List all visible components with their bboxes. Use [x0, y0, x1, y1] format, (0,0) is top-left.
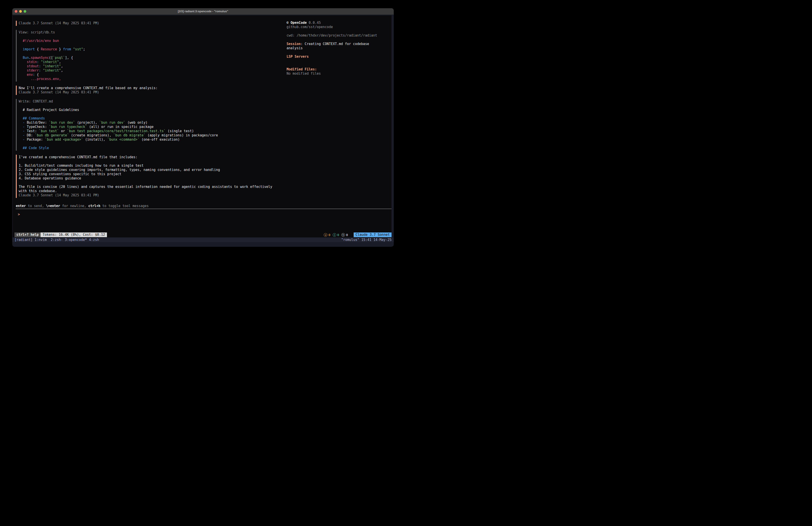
- composer-divider: [16, 209, 392, 209]
- assistant-message: Now I'll create a comprehensive CONTEXT.…: [16, 86, 281, 95]
- text-line: Bun.spawnSync([`psql`], {: [19, 56, 281, 60]
- terminal-window: [2/3] radiant:3:opencode - "romulus" Cla…: [12, 8, 394, 247]
- status-bar: ctrl+? help Tokens: 16.4K (8%), Cost: $0…: [14, 232, 392, 237]
- text-line: Modified Files:: [287, 67, 390, 72]
- text-line: Claude 3.7 Sonnet (14 May 2025 03:41 PM): [19, 21, 281, 25]
- text-line: Claude 3.7 Sonnet (14 May 2025 03:41 PM): [19, 193, 281, 198]
- text-line: [287, 51, 390, 55]
- text-line: 1. Build/lint/test commands including ho…: [19, 164, 281, 168]
- text-line: [19, 34, 281, 39]
- text-line: stdin: "inherit",: [19, 60, 281, 64]
- chat-history: Claude 3.7 Sonnet (14 May 2025 03:41 PM)…: [16, 21, 281, 202]
- text-line: [287, 59, 390, 63]
- text-line: [287, 38, 390, 42]
- text-line: with this codebase.: [19, 189, 281, 193]
- text-line: cwd: /home/thdxr/dev/projects/radiant/ra…: [287, 33, 390, 38]
- close-button[interactable]: [15, 10, 17, 13]
- info-count-icon: i: [333, 233, 336, 237]
- hint-count-icon: h: [342, 233, 345, 237]
- terminal-content: Claude 3.7 Sonnet (14 May 2025 03:41 PM)…: [12, 15, 394, 247]
- text-line: No modified files: [287, 72, 390, 76]
- text-line: [19, 159, 281, 164]
- text-line: ...process.env,: [19, 77, 281, 81]
- hint-count: h0: [342, 233, 348, 237]
- info-count-value: 0: [337, 233, 339, 237]
- warning-count-value: 0: [329, 233, 330, 237]
- opencode-app: Claude 3.7 Sonnet (14 May 2025 03:41 PM)…: [13, 15, 392, 237]
- assistant-message-header: Claude 3.7 Sonnet (14 May 2025 03:41 PM): [16, 21, 281, 26]
- text-line: stderr: "inherit",: [19, 68, 281, 73]
- prompt-input[interactable]: >: [18, 212, 20, 217]
- text-line: LSP Servers: [287, 55, 390, 59]
- minimize-button[interactable]: [19, 10, 22, 13]
- text-line: [19, 52, 281, 56]
- text-line: [287, 29, 390, 33]
- tool-view-block: View: script/db.ts #!/usr/bin/env bun im…: [16, 30, 281, 82]
- text-line: stdout: "inherit",: [19, 64, 281, 68]
- session-sidebar: © OpenCode 0.0.45github.com/sst/opencode…: [287, 21, 390, 76]
- tmux-session-info: "romulus" 15:41 14-May-25: [341, 238, 392, 242]
- keyboard-hints: enter to send, \+enter for newline, ctrl…: [16, 204, 149, 208]
- text-line: import { Resource } from "sst";: [19, 47, 281, 52]
- text-line: [287, 63, 390, 67]
- text-line: 2. Code style guidelines covering import…: [19, 168, 281, 172]
- traffic-lights: [15, 10, 26, 13]
- window-title: [2/3] radiant:3:opencode - "romulus": [12, 8, 394, 14]
- text-line: 3. CSS styling conventions specific to t…: [19, 172, 281, 176]
- model-badge[interactable]: Claude 3.7 Sonnet: [354, 232, 392, 237]
- text-line: - DB: `bun db generate` (create migratio…: [19, 133, 281, 138]
- status-spacer: [107, 232, 324, 237]
- text-line: © OpenCode 0.0.45: [287, 21, 390, 25]
- text-line: Session: Creating CONTEXT.md for codebas…: [287, 42, 390, 46]
- maximize-button[interactable]: [24, 10, 26, 13]
- warning-count-icon: w: [324, 233, 327, 237]
- assistant-message: I've created a comprehensive CONTEXT.md …: [16, 155, 281, 198]
- tool-write-block: Write: CONTEXT.md # Radiant Project Guid…: [16, 99, 281, 151]
- prompt-caret-icon: >: [18, 212, 20, 216]
- text-line: 4. Database operations guidance: [19, 176, 281, 181]
- text-line: [19, 112, 281, 116]
- window-titlebar[interactable]: [2/3] radiant:3:opencode - "romulus": [12, 8, 394, 15]
- info-count: i0: [333, 233, 339, 237]
- text-line: - TypeCheck: `bun run typecheck` (all) o…: [19, 125, 281, 129]
- tmux-window-list[interactable]: [radiant] 1:nvim 2:zsh- 3:opencode* 4:zs…: [14, 238, 99, 242]
- text-line: The file is concise (20 lines) and captu…: [19, 185, 281, 189]
- text-line: ## Commands: [19, 116, 281, 120]
- text-line: analysis: [287, 46, 390, 51]
- tmux-statusbar: [radiant] 1:nvim 2:zsh- 3:opencode* 4:zs…: [12, 238, 394, 242]
- text-line: Now I'll create a comprehensive CONTEXT.…: [19, 86, 281, 90]
- text-line: Claude 3.7 Sonnet (14 May 2025 03:41 PM): [19, 90, 281, 95]
- text-line: env: {: [19, 73, 281, 77]
- text-line: View: script/db.ts: [19, 30, 281, 34]
- text-line: ## Code Style: [19, 146, 281, 150]
- tokens-cost-chip: Tokens: 16.4K (8%), Cost: $0.12: [41, 232, 107, 237]
- text-line: [19, 181, 281, 185]
- warning-count: w0: [324, 233, 330, 237]
- text-line: - Package: `bun add <package>` (install)…: [19, 138, 281, 142]
- text-line: [19, 43, 281, 47]
- text-line: Write: CONTEXT.md: [19, 99, 281, 104]
- text-line: [19, 104, 281, 108]
- text-line: [19, 142, 281, 146]
- help-chip[interactable]: ctrl+? help: [14, 232, 41, 237]
- text-line: - Test: `bun test` or `bun test packages…: [19, 129, 281, 133]
- text-line: #!/usr/bin/env bun: [19, 39, 281, 43]
- text-line: I've created a comprehensive CONTEXT.md …: [19, 155, 281, 159]
- text-line: github.com/sst/opencode: [287, 25, 390, 29]
- text-line: # Radiant Project Guidelines: [19, 108, 281, 112]
- diagnostics: w0i0h0: [324, 232, 348, 237]
- hint-count-value: 0: [346, 233, 348, 237]
- text-line: - Build/Dev: `bun run dev` (project), `b…: [19, 120, 281, 125]
